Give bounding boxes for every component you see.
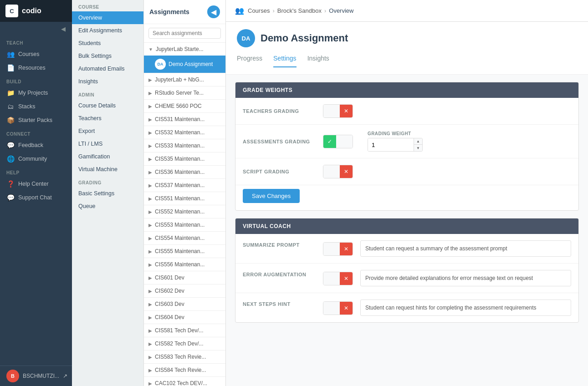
- toggle-x-button[interactable]: ✕: [340, 302, 353, 315]
- weight-input-group: ▲ ▼: [368, 138, 423, 152]
- ag-cis581: ▶ CIS581 Tech Dev/...: [144, 324, 225, 337]
- assessments-grading-toggle[interactable]: ✓: [323, 135, 353, 148]
- sidebar-item-community[interactable]: 🌐 Community: [0, 152, 72, 166]
- next-steps-hint-toggle[interactable]: ✕: [323, 301, 353, 315]
- gh-cis601[interactable]: ▶ CIS601 Dev: [144, 271, 225, 284]
- summarize-prompt-toggle[interactable]: ✕: [323, 242, 353, 256]
- tab-settings[interactable]: Settings: [273, 53, 297, 67]
- gh-cis602[interactable]: ▶ CIS602 Dev: [144, 284, 225, 297]
- mid-item-lti-lms[interactable]: LTI / LMS: [72, 137, 143, 150]
- toggle-x-button[interactable]: ✕: [340, 165, 353, 178]
- error-augmentation-toggle[interactable]: ✕: [323, 272, 353, 285]
- gh-cis554[interactable]: ▶ CIS554 Maintenan...: [144, 232, 225, 244]
- mid-item-edit-assignments[interactable]: Edit Assignments: [72, 24, 143, 37]
- app-logo: C codio: [0, 0, 72, 22]
- gh-cis536[interactable]: ▶ CIS536 Maintenan...: [144, 166, 225, 178]
- gh-cis604[interactable]: ▶ CIS604 Dev: [144, 311, 225, 324]
- gh-cis551[interactable]: ▶ CIS551 Maintenan...: [144, 192, 225, 205]
- search-input[interactable]: [148, 28, 221, 39]
- gh-rstudio[interactable]: ▶ RStudio Server Te...: [144, 86, 225, 99]
- toggle-off-button[interactable]: [323, 272, 340, 285]
- gh-cis532[interactable]: ▶ CIS532 Maintenan...: [144, 126, 225, 139]
- mid-item-bulk-settings[interactable]: Bulk Settings: [72, 50, 143, 62]
- ag-cis537: ▶ CIS537 Maintenan...: [144, 179, 225, 192]
- sidebar-item-resources[interactable]: 📄 Resources: [0, 61, 72, 75]
- toggle-x-button[interactable]: ✕: [340, 243, 353, 255]
- sidebar-item-my-projects[interactable]: 📁 My Projects: [0, 86, 72, 100]
- sidebar-item-stacks[interactable]: 🗂 Stacks: [0, 100, 72, 113]
- mid-item-insights[interactable]: Insights: [72, 75, 143, 88]
- mid-item-basic-settings[interactable]: Basic Settings: [72, 187, 143, 200]
- toggle-off-button[interactable]: [323, 165, 340, 178]
- gh-cis581[interactable]: ▶ CIS581 Tech Dev/...: [144, 324, 225, 337]
- feedback-icon: 💬: [6, 142, 15, 149]
- gh-cis535[interactable]: ▶ CIS535 Maintenan...: [144, 152, 225, 165]
- group-label: CIS554 Maintenan...: [155, 235, 205, 241]
- mid-item-gamification[interactable]: Gamification: [72, 150, 143, 163]
- mid-item-students[interactable]: Students: [72, 37, 143, 50]
- gh-cis552[interactable]: ▶ CIS552 Maintenan...: [144, 205, 225, 218]
- ag-cis604: ▶ CIS604 Dev: [144, 311, 225, 324]
- back-button[interactable]: ◀: [207, 5, 220, 18]
- toggle-off-button[interactable]: [323, 243, 340, 255]
- breadcrumb-sandbox[interactable]: Brock's Sandbox: [277, 7, 322, 14]
- breadcrumb-courses[interactable]: Courses: [248, 7, 270, 14]
- gh-jupyterlab-nbg[interactable]: ▶ JupyterLab + NbG...: [144, 73, 225, 86]
- assignment-panel: Assignments ◀ ▼ JupyterLab Starte... DA …: [144, 0, 226, 386]
- sidebar-item-label: Starter Packs: [18, 117, 52, 123]
- mid-item-course-details[interactable]: Course Details: [72, 99, 143, 112]
- toggle-check-button[interactable]: ✓: [323, 135, 336, 148]
- gh-cis584[interactable]: ▶ CIS584 Tech Revie...: [144, 364, 225, 376]
- gh-cis603[interactable]: ▶ CIS603 Dev: [144, 298, 225, 310]
- gh-cis537[interactable]: ▶ CIS537 Maintenan...: [144, 179, 225, 192]
- gh-cis583[interactable]: ▶ CIS583 Tech Revie...: [144, 350, 225, 363]
- gh-cac102[interactable]: ▶ CAC102 Tech DEV/...: [144, 377, 225, 386]
- gh-cheme5660[interactable]: ▶ CHEME 5660 POC: [144, 100, 225, 112]
- mid-item-teachers[interactable]: Teachers: [72, 112, 143, 125]
- next-steps-hint-label: NEXT STEPS HINT: [243, 300, 316, 307]
- assignment-panel-title: Assignments: [149, 8, 189, 15]
- script-grading-toggle[interactable]: ✕: [323, 165, 353, 178]
- group-header-jupyterlab[interactable]: ▼ JupyterLab Starte...: [144, 43, 225, 56]
- toggle-x-button[interactable]: ✕: [340, 272, 353, 285]
- tab-progress[interactable]: Progress: [237, 53, 262, 67]
- mid-item-export[interactable]: Export: [72, 125, 143, 137]
- toggle-off-button[interactable]: [323, 105, 340, 117]
- mid-item-automated-emails[interactable]: Automated Emails: [72, 62, 143, 75]
- logout-icon[interactable]: ↗: [63, 373, 67, 379]
- gh-cis531[interactable]: ▶ CIS531 Maintenan...: [144, 113, 225, 126]
- ag-cis552: ▶ CIS552 Maintenan...: [144, 205, 225, 218]
- gh-cis533[interactable]: ▶ CIS533 Maintenan...: [144, 139, 225, 152]
- gh-cis582[interactable]: ▶ CIS582 Tech Dev/...: [144, 337, 225, 350]
- user-profile[interactable]: B BSCHMUTZI... ↗: [0, 366, 72, 386]
- chevron-right-icon: ▶: [148, 315, 152, 320]
- spinner-down-button[interactable]: ▼: [414, 145, 422, 151]
- mid-item-overview[interactable]: Overview: [72, 11, 143, 24]
- sidebar-item-courses[interactable]: 👥 Courses: [0, 47, 72, 61]
- sidebar-item-help-center[interactable]: ❓ Help Center: [0, 177, 72, 191]
- toggle-off-button[interactable]: [323, 302, 340, 315]
- save-changes-button[interactable]: Save Changes: [243, 189, 300, 203]
- tab-insights[interactable]: Insights: [307, 53, 329, 67]
- assignment-item-demo[interactable]: DA Demo Assignment: [144, 56, 225, 73]
- sidebar-item-starter-packs[interactable]: 📦 Starter Packs: [0, 113, 72, 127]
- gh-cis555[interactable]: ▶ CIS555 Maintenan...: [144, 245, 225, 258]
- group-label: CIS555 Maintenan...: [155, 248, 205, 254]
- spinner-up-button[interactable]: ▲: [414, 138, 422, 145]
- mid-item-virtual-machine[interactable]: Virtual Machine: [72, 163, 143, 176]
- toggle-x-button[interactable]: ✕: [340, 105, 353, 117]
- assignment-panel-header: Assignments ◀: [144, 0, 225, 24]
- gh-cis553[interactable]: ▶ CIS553 Maintenan...: [144, 218, 225, 231]
- group-label: CIS531 Maintenan...: [155, 116, 205, 122]
- ag-cis535: ▶ CIS535 Maintenan...: [144, 152, 225, 166]
- toggle-off-button[interactable]: [336, 135, 353, 148]
- gh-cis556[interactable]: ▶ CIS556 Maintenan...: [144, 258, 225, 271]
- teach-section-label: TEACH: [0, 36, 72, 47]
- sidebar-item-support-chat[interactable]: 💬 Support Chat: [0, 191, 72, 204]
- assignment-list: ▼ JupyterLab Starte... DA Demo Assignmen…: [144, 43, 225, 386]
- mid-item-queue[interactable]: Queue: [72, 200, 143, 213]
- teachers-grading-toggle[interactable]: ✕: [323, 104, 353, 118]
- sidebar-item-feedback[interactable]: 💬 Feedback: [0, 138, 72, 152]
- weight-input[interactable]: [368, 138, 414, 151]
- collapse-button[interactable]: ◀: [0, 22, 72, 36]
